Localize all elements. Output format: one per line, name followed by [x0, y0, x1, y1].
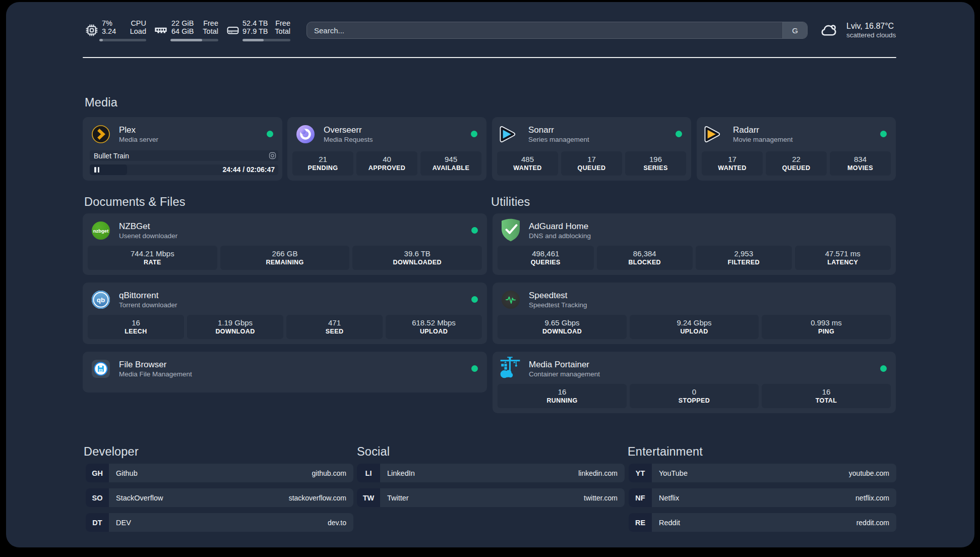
disk-widget: 52.4 TB 97.9 TB Free Total [226, 17, 290, 43]
search-engine-button[interactable]: G [782, 22, 807, 38]
stat-value: 0 [692, 387, 696, 397]
stat-value: 266 GB [272, 249, 298, 258]
plex-progress[interactable]: 24:44 / 02:06:47 [90, 164, 278, 175]
app-name: File Browser [119, 359, 192, 370]
cpu-widget: 7% 3.24 CPU Load [85, 17, 146, 43]
stat-queued: 17 QUEUED [561, 151, 622, 176]
memory-progress-fill [170, 39, 202, 41]
bookmark-linkedin[interactable]: LI LinkedIn linkedin.com [357, 464, 625, 482]
stat-value: 16 [132, 318, 140, 327]
bookmark-abbr: YT [629, 464, 652, 482]
section-title-developer: Developer [84, 445, 139, 459]
stat-value: 47.571 ms [825, 249, 861, 258]
app-name: Media Portainer [529, 359, 600, 370]
sonarr-card[interactable]: Sonarr Series management 485 WANTED 17 Q… [492, 117, 691, 181]
app-name: Sonarr [528, 125, 589, 135]
stat-label: RATE [144, 258, 161, 266]
stat-value: 16 [558, 387, 567, 397]
bookmark-name: LinkedIn [380, 464, 578, 482]
stat-approved: 40 APPROVED [356, 151, 417, 176]
bookmark-url: dev.to [328, 513, 353, 532]
stat-value: 618.52 Mbps [412, 318, 456, 327]
section-title-utilities: Utilities [491, 195, 530, 209]
memory-total-value: 64 GiB [171, 27, 194, 35]
session-icon [269, 152, 276, 159]
bookmark-abbr: NF [629, 488, 652, 507]
plex-now-playing: Bullet Train [90, 150, 278, 161]
app-desc: Media File Management [119, 370, 192, 378]
app-desc: Speedtest Tracking [529, 301, 587, 309]
stat-value: 9.24 Gbps [677, 318, 711, 327]
disk-icon [226, 23, 240, 37]
stat-value: 86,384 [633, 249, 656, 258]
bookmark-twitter[interactable]: TW Twitter twitter.com [357, 488, 625, 507]
portainer-card[interactable]: Media Portainer Container management 16 … [493, 352, 896, 413]
stat-label: DOWNLOAD [542, 327, 582, 336]
search-bar: G [307, 22, 808, 39]
playback-time: 24:44 / 02:06:47 [222, 164, 275, 175]
stat-seed: 471 SEED [286, 315, 383, 339]
disk-total-value: 97.9 TB [242, 27, 268, 35]
bookmark-netflix[interactable]: NF Netflix netflix.com [629, 488, 896, 507]
memory-widget: 22 GiB 64 GiB Free Total [154, 17, 218, 43]
nzbget-card[interactable]: nzbget NZBGet Usenet downloader 744.21 M… [83, 213, 487, 275]
memory-free-value: 22 GiB [171, 19, 194, 27]
status-dot [880, 365, 887, 372]
disk-progress-fill [242, 39, 264, 41]
stat-label: FILTERED [728, 258, 760, 266]
stat-label: DOWNLOAD [215, 327, 255, 336]
bookmark-name: Netflix [652, 488, 855, 507]
stat-label: PENDING [308, 164, 338, 172]
speedtest-card[interactable]: Speedtest Speedtest Tracking 9.65 Gbps D… [493, 283, 896, 344]
plex-card[interactable]: Plex Media server Bullet Train 24:44 / 0… [83, 117, 282, 181]
status-dot [880, 131, 887, 137]
stat-label: WANTED [513, 164, 542, 172]
section-title-documents: Documents & Files [84, 195, 186, 209]
bookmark-dev[interactable]: DT DEV dev.to [86, 513, 353, 532]
speedtest-icon [502, 291, 520, 309]
stat-value: 196 [649, 155, 662, 164]
search-input[interactable] [307, 22, 782, 38]
bookmark-reddit[interactable]: RE Reddit reddit.com [629, 513, 896, 532]
stat-running: 16 RUNNING [498, 384, 627, 408]
stat-value: 945 [445, 155, 457, 164]
app-desc: Media Requests [324, 135, 373, 144]
filebrowser-card[interactable]: File Browser Media File Management [83, 352, 487, 393]
stat-wanted: 17 WANTED [702, 151, 763, 176]
app-desc: Movie management [733, 135, 793, 144]
stat-value: 16 [822, 387, 831, 397]
memory-total-label: Total [203, 27, 218, 35]
stat-rate: 744.21 Mbps RATE [88, 246, 217, 270]
stat-value: 834 [854, 155, 867, 164]
stat-value: 498,461 [532, 249, 559, 258]
stat-value: 17 [728, 155, 737, 164]
weather-location-temp: Lviv, 16.87°C [846, 21, 896, 31]
app-name: Speedtest [529, 290, 587, 301]
pause-button[interactable] [90, 164, 127, 175]
pause-icon [94, 167, 99, 173]
stat-label: DOWNLOADED [393, 258, 442, 266]
cpu-progress-bar [99, 39, 146, 41]
bookmark-stackoverflow[interactable]: SO StackOverflow stackoverflow.com [86, 488, 353, 507]
overseerr-card[interactable]: Overseerr Media Requests 21 PENDING 40 A… [287, 117, 486, 181]
adguard-card[interactable]: AdGuard Home DNS and adblocking 498,461 … [493, 213, 896, 275]
stat-label: BLOCKED [628, 258, 661, 266]
stat-upload: 9.24 Gbps UPLOAD [630, 315, 759, 339]
cpu-load-label: Load [130, 27, 146, 35]
status-dot [267, 131, 273, 137]
stat-value: 0.993 ms [811, 318, 842, 327]
radarr-card[interactable]: Radarr Movie management 17 WANTED 22 QUE… [697, 117, 896, 181]
cpu-icon [85, 23, 99, 37]
stat-wanted: 485 WANTED [497, 151, 558, 176]
bookmark-name: StackOverflow [109, 488, 289, 507]
bookmark-github[interactable]: GH Github github.com [86, 464, 353, 482]
bookmark-youtube[interactable]: YT YouTube youtube.com [629, 464, 896, 482]
status-dot [471, 296, 478, 303]
stat-filtered: 2,953 FILTERED [696, 246, 792, 270]
stat-series: 196 SERIES [625, 151, 686, 176]
qbittorrent-card[interactable]: qb qBittorrent Torrent downloader 16 LEE… [83, 283, 487, 344]
stat-downloaded: 39.6 TB DOWNLOADED [352, 246, 482, 270]
stat-queries: 498,461 QUERIES [498, 246, 594, 270]
disk-total-label: Total [275, 27, 290, 35]
stat-label: PING [818, 327, 834, 336]
